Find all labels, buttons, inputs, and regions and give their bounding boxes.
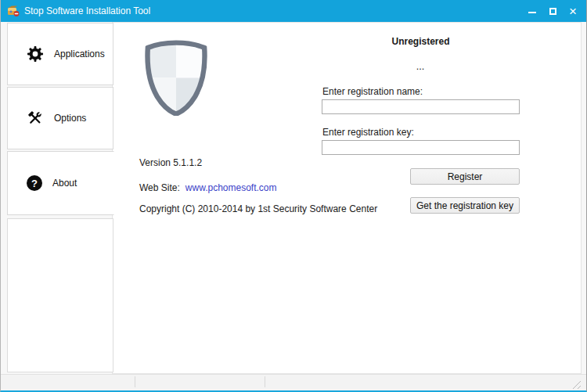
sidebar-item-label: Options — [54, 113, 86, 124]
website-label: Web Site: — [139, 182, 180, 193]
maximize-button[interactable] — [542, 0, 563, 22]
sidebar-item-label: About — [52, 178, 77, 189]
registration-status-detail: ... — [322, 63, 520, 71]
registration-status: Unregistered — [322, 36, 520, 47]
sidebar-item-options[interactable]: Options — [7, 87, 113, 149]
gear-icon — [27, 45, 44, 63]
tools-icon — [27, 110, 44, 127]
sidebar-filler-panel — [7, 218, 113, 372]
app-icon — [7, 5, 20, 17]
question-icon: ? — [27, 175, 42, 191]
close-icon: × — [569, 5, 577, 18]
close-button[interactable]: × — [563, 0, 583, 22]
sidebar-item-about[interactable]: ? About — [7, 151, 114, 215]
shield-logo-icon — [139, 40, 213, 116]
titlebar[interactable]: Stop Software Installation Tool × — [1, 0, 586, 22]
minimize-button[interactable] — [522, 0, 542, 22]
app-window: Stop Software Installation Tool × Applic… — [0, 0, 587, 392]
copyright-text: Copyright (C) 2010-2014 by 1st Security … — [139, 203, 377, 214]
website-row: Web Site:www.pchomesoft.com — [139, 182, 277, 193]
status-bar-divider — [135, 376, 135, 387]
sidebar-item-label: Applications — [54, 49, 105, 59]
window-title: Stop Software Installation Tool — [24, 0, 150, 22]
status-bar — [1, 374, 586, 390]
maximize-icon — [549, 8, 556, 15]
get-registration-key-button[interactable]: Get the registration key — [410, 197, 520, 214]
registration-key-label: Enter registration key: — [322, 127, 414, 138]
status-bar-divider — [265, 376, 265, 387]
minimize-icon — [528, 12, 536, 13]
version-text: Version 5.1.1.2 — [139, 157, 202, 168]
sidebar-item-applications[interactable]: Applications — [7, 23, 113, 85]
register-button[interactable]: Register — [410, 168, 520, 185]
registration-name-label: Enter registration name: — [322, 86, 423, 97]
window-controls: × — [522, 0, 583, 22]
website-link[interactable]: www.pchomesoft.com — [185, 182, 277, 193]
registration-name-input[interactable] — [322, 99, 520, 114]
registration-key-input[interactable] — [322, 140, 520, 155]
